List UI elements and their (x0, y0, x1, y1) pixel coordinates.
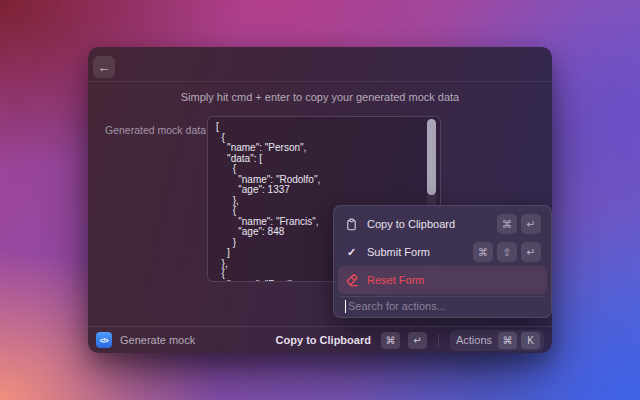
action-item-copy-to-clipboard[interactable]: Copy to Clipboard ⌘ ↵ (338, 210, 547, 238)
scrollbar-thumb[interactable] (427, 119, 436, 195)
shortcut-keys: ⌘ ⇧ ↵ (473, 242, 541, 262)
action-panel: Copy to Clipboard ⌘ ↵ ✓ Submit Form ⌘ ⇧ … (333, 205, 552, 318)
action-item-reset-form[interactable]: Reset Form (338, 266, 547, 294)
text-cursor (345, 300, 346, 313)
back-arrow-icon: ← (98, 60, 111, 75)
enter-key: ↵ (521, 242, 541, 262)
k-key: K (521, 332, 540, 349)
shift-key: ⇧ (497, 242, 517, 262)
shortcut-keys: ⌘ ↵ (497, 214, 541, 234)
checkmark-icon: ✓ (344, 246, 359, 259)
action-item-submit-form[interactable]: ✓ Submit Form ⌘ ⇧ ↵ (338, 238, 547, 266)
actions-button[interactable]: Actions ⌘ K (450, 330, 544, 351)
footer-bar: </> Generate mock Copy to Clipboard ⌘ ↵ … (88, 326, 552, 353)
action-search-row (338, 299, 547, 313)
code-icon: </> (96, 332, 112, 348)
eraser-icon (344, 273, 359, 287)
enter-key: ↵ (408, 332, 427, 349)
cmd-key: ⌘ (497, 214, 517, 234)
primary-action-button[interactable]: Copy to Clipboard (276, 334, 371, 346)
action-item-label: Copy to Clipboard (367, 218, 489, 230)
extension-name: Generate mock (120, 334, 195, 346)
clipboard-icon (344, 218, 359, 231)
hint-text: Simply hit cmd + enter to copy your gene… (88, 91, 552, 103)
textarea-label: Generated mock data (105, 116, 207, 282)
back-button[interactable]: ← (93, 56, 115, 78)
cmd-key: ⌘ (473, 242, 493, 262)
panel-divider (340, 296, 545, 297)
action-search-input[interactable] (348, 300, 540, 312)
footer-divider (438, 334, 439, 347)
cmd-key: ⌘ (381, 332, 400, 349)
raycast-window: ← Simply hit cmd + enter to copy your ge… (88, 47, 552, 353)
enter-key: ↵ (521, 214, 541, 234)
window-header: ← (88, 47, 552, 82)
action-item-label: Reset Form (367, 274, 541, 286)
cmd-key: ⌘ (498, 332, 517, 349)
action-item-label: Submit Form (367, 246, 465, 258)
